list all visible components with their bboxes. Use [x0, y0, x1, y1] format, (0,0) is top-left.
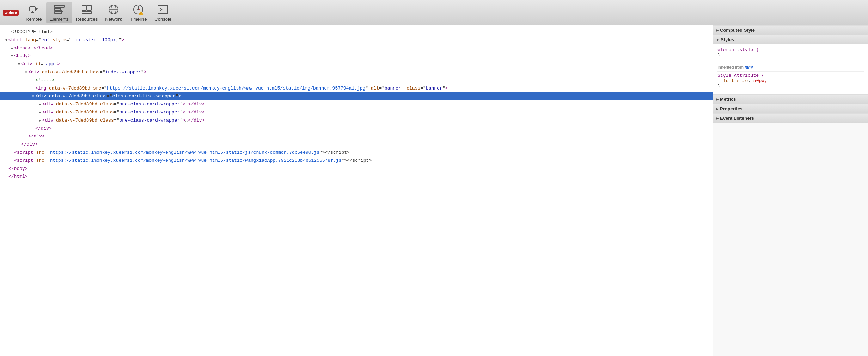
- metrics-header[interactable]: Metrics: [713, 94, 868, 104]
- dom-line-comment[interactable]: <!---->: [0, 76, 713, 85]
- computed-style-header[interactable]: Computed Style: [713, 25, 868, 35]
- triangle-html[interactable]: [4, 38, 8, 43]
- style-attribute-close: }: [717, 84, 864, 89]
- element-style-close: }: [717, 53, 864, 58]
- tab-resources[interactable]: Resources: [72, 2, 101, 23]
- event-listeners-label: Event Listeners: [720, 116, 754, 121]
- timeline-icon: !: [132, 4, 145, 16]
- inherited-from-element[interactable]: html: [745, 65, 753, 70]
- element-style-selector: element.style {: [717, 47, 864, 53]
- svg-rect-21: [158, 5, 168, 14]
- resources-icon: [80, 4, 93, 16]
- dom-line-card-1[interactable]: <div data-v-7ded89bd class="one-class-ca…: [0, 100, 713, 109]
- inherited-from-label: Inherited from html: [717, 63, 864, 72]
- element-style-rule: element.style { }: [717, 47, 864, 58]
- elements-icon: [53, 4, 66, 16]
- svg-rect-7: [82, 5, 86, 10]
- triangle-card-2[interactable]: [38, 110, 42, 116]
- svg-rect-4: [54, 5, 64, 7]
- inherited-text: Inherited from: [717, 65, 744, 70]
- dom-line-close-card-list[interactable]: </div>: [0, 125, 713, 133]
- tab-elements-label: Elements: [50, 17, 69, 22]
- properties-label: Properties: [720, 106, 742, 111]
- network-icon: [107, 4, 120, 16]
- svg-rect-8: [87, 5, 91, 10]
- tab-console[interactable]: Console: [151, 2, 175, 23]
- svg-rect-0: [30, 7, 35, 11]
- dom-panel[interactable]: <!DOCTYPE html> <html lang="en" style="f…: [0, 25, 713, 356]
- main-area: <!DOCTYPE html> <html lang="en" style="f…: [0, 25, 868, 356]
- computed-style-label: Computed Style: [720, 27, 755, 33]
- svg-rect-5: [54, 8, 61, 10]
- dom-line-doctype[interactable]: <!DOCTYPE html>: [0, 28, 713, 36]
- styles-triangle: [716, 38, 719, 42]
- styles-header[interactable]: Styles: [713, 35, 868, 44]
- tab-timeline[interactable]: ! Timeline: [126, 2, 151, 23]
- tab-remote[interactable]: Remote: [22, 2, 46, 23]
- dom-line-index-wrapper[interactable]: <div data-v-7ded89bd class="index-wrappe…: [0, 68, 713, 76]
- toolbar: weinre Remote Elements: [0, 0, 868, 25]
- console-icon: [157, 4, 169, 16]
- svg-rect-9: [82, 11, 91, 14]
- dom-line-script2[interactable]: <script src="https://static.imonkey.xuee…: [0, 157, 713, 165]
- tab-console-label: Console: [154, 17, 171, 22]
- dom-line-head[interactable]: <head>…</head>: [0, 44, 713, 53]
- dom-line-div-app[interactable]: <div id="app">: [0, 60, 713, 68]
- styles-content: element.style { } Inherited from html St…: [713, 44, 868, 94]
- triangle-card-1[interactable]: [38, 102, 42, 108]
- properties-triangle: [716, 107, 719, 111]
- computed-style-triangle: [716, 29, 719, 32]
- dom-line-card-2[interactable]: <div data-v-7ded89bd class="one-class-ca…: [0, 109, 713, 117]
- weinre-badge: weinre: [3, 10, 19, 16]
- tab-remote-label: Remote: [26, 17, 42, 22]
- tab-timeline-label: Timeline: [130, 17, 147, 22]
- svg-marker-1: [36, 8, 38, 10]
- triangle-card-3[interactable]: [38, 118, 42, 124]
- triangle-index-wrapper[interactable]: [24, 70, 28, 75]
- tab-elements[interactable]: Elements: [46, 2, 72, 23]
- dom-line-close-body[interactable]: </body>: [0, 165, 713, 173]
- dom-line-class-card-list[interactable]: <div data-v-7ded89bd class="class-card-l…: [0, 92, 713, 100]
- dom-line-script1[interactable]: <script src="https://static.imonkey.xuee…: [0, 149, 713, 157]
- style-attribute-rule: Style Attribute { font-size: 50px; }: [717, 73, 864, 89]
- event-listeners-triangle: [716, 117, 719, 120]
- triangle-class-card-list[interactable]: [31, 94, 35, 99]
- svg-text:!: !: [141, 12, 142, 15]
- styles-label: Styles: [721, 37, 734, 42]
- metrics-label: Metrics: [720, 97, 736, 102]
- tab-network-label: Network: [105, 17, 122, 22]
- dom-line-html[interactable]: <html lang="en" style="font-size: 100px;…: [0, 36, 713, 44]
- event-listeners-header[interactable]: Event Listeners: [713, 113, 868, 123]
- right-panel: Computed Style Styles element.style { } …: [713, 25, 868, 356]
- remote-icon: [27, 4, 40, 16]
- style-attribute-selector: Style Attribute {: [717, 73, 864, 78]
- dom-line-img[interactable]: <img data-v-7ded89bd src="https://static…: [0, 85, 713, 93]
- triangle-body[interactable]: [10, 54, 14, 59]
- dom-line-close-app[interactable]: </div>: [0, 141, 713, 149]
- dom-line-body[interactable]: <body>: [0, 52, 713, 60]
- dom-line-close-index[interactable]: </div>: [0, 133, 713, 141]
- triangle-div-app[interactable]: [17, 62, 21, 67]
- tab-resources-label: Resources: [76, 17, 98, 22]
- dom-line-close-html[interactable]: </html>: [0, 173, 713, 181]
- dom-line-card-3[interactable]: <div data-v-7ded89bd class="one-class-ca…: [0, 117, 713, 125]
- svg-point-18: [137, 9, 139, 10]
- style-font-size: font-size: 50px;: [717, 78, 864, 84]
- tab-network[interactable]: Network: [101, 2, 126, 23]
- properties-header[interactable]: Properties: [713, 104, 868, 113]
- triangle-head[interactable]: [10, 46, 14, 51]
- metrics-triangle: [716, 98, 719, 101]
